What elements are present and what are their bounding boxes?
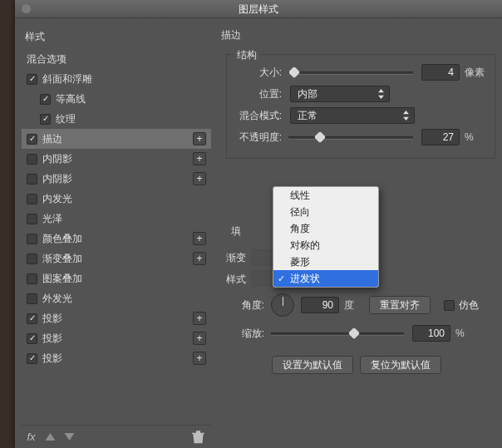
style-row[interactable]: 内发光	[22, 189, 211, 209]
style-row[interactable]: 图案叠加	[22, 268, 211, 288]
style-label: 光泽	[42, 212, 62, 226]
style-checkbox[interactable]	[27, 293, 37, 304]
size-row: 大小: 4 像素	[235, 62, 486, 83]
style-row[interactable]: 颜色叠加+	[22, 229, 211, 249]
dither-label: 仿色	[459, 298, 479, 313]
blend-select[interactable]: 正常	[290, 107, 415, 124]
position-value: 内部	[298, 87, 317, 101]
blend-row: 混合模式: 正常	[235, 105, 486, 126]
style-checkbox[interactable]	[27, 154, 37, 165]
style-label: 描边	[42, 132, 62, 146]
style-label: 斜面和浮雕	[42, 72, 92, 86]
add-effect-icon[interactable]: +	[193, 312, 206, 325]
style-checkbox[interactable]	[27, 313, 37, 324]
style-label: 外发光	[42, 292, 72, 306]
blending-options-label: 混合选项	[27, 52, 66, 66]
arrow-up-icon[interactable]	[44, 431, 57, 443]
scale-label: 缩放:	[226, 327, 271, 341]
add-effect-icon[interactable]: +	[193, 332, 206, 345]
style-row[interactable]: 等高线	[22, 89, 211, 109]
style-checkbox[interactable]	[27, 333, 37, 344]
style-checkbox[interactable]	[27, 273, 37, 284]
dropdown-item[interactable]: 径向	[273, 204, 378, 220]
style-label: 颜色叠加	[42, 232, 82, 246]
reset-align-button[interactable]: 重置对齐	[369, 296, 431, 314]
scale-row: 缩放: 100 %	[226, 322, 492, 344]
style-row[interactable]: 投影+	[22, 308, 211, 328]
style-row[interactable]: 光泽	[22, 209, 211, 229]
style-row[interactable]: 渐变叠加+	[22, 249, 211, 268]
position-select[interactable]: 内部	[290, 86, 390, 102]
layer-style-dialog: 图层样式 样式 混合选项 斜面和浮雕等高线纹理描边+内阴影+内阴影+内发光光泽颜…	[15, 0, 502, 448]
add-effect-icon[interactable]: +	[193, 152, 206, 165]
scale-slider[interactable]	[271, 327, 404, 339]
size-input[interactable]: 4	[421, 64, 460, 81]
blend-value: 正常	[298, 109, 317, 123]
size-slider[interactable]	[288, 66, 413, 78]
style-label: 渐变叠加	[42, 252, 82, 266]
dropdown-item[interactable]: 进发状	[273, 270, 378, 287]
style-label: 投影	[42, 352, 62, 366]
style-row[interactable]: 投影+	[22, 348, 211, 368]
opacity-slider[interactable]	[288, 131, 413, 143]
scale-input[interactable]: 100	[412, 325, 450, 342]
add-effect-icon[interactable]: +	[193, 232, 206, 245]
arrow-down-icon[interactable]	[63, 431, 76, 443]
position-label: 位置:	[235, 87, 288, 101]
angle-input[interactable]: 90	[301, 297, 339, 313]
style-label: 图案叠加	[42, 272, 82, 286]
style-row[interactable]: 内阴影+	[22, 149, 211, 169]
style-checkbox[interactable]	[27, 234, 37, 244]
dropdown-item[interactable]: 对称的	[273, 237, 378, 254]
style-checkbox[interactable]	[40, 94, 51, 105]
structure-legend: 结构	[234, 48, 260, 62]
opacity-unit: %	[465, 131, 474, 143]
angle-row: 角度: 90 度 重置对齐 仿色	[226, 294, 492, 316]
dropdown-item[interactable]: 角度	[273, 220, 378, 237]
style-checkbox[interactable]	[27, 214, 37, 224]
chevron-down-icon	[402, 111, 410, 123]
titlebar: 图层样式	[15, 0, 502, 18]
style-checkbox[interactable]	[27, 353, 37, 364]
gradient-label-cutoff: 渐变	[226, 251, 246, 265]
set-default-button[interactable]: 设置为默认值	[272, 356, 353, 374]
style-checkbox[interactable]	[40, 114, 51, 125]
styles-panel: 样式 混合选项 斜面和浮雕等高线纹理描边+内阴影+内阴影+内发光光泽颜色叠加+渐…	[15, 18, 211, 448]
style-row[interactable]: 投影+	[22, 328, 211, 348]
blend-label: 混合模式:	[235, 109, 288, 123]
style-checkbox[interactable]	[27, 194, 37, 204]
style-row[interactable]: 外发光	[22, 288, 211, 308]
add-effect-icon[interactable]: +	[193, 252, 206, 265]
style-label: 投影	[42, 332, 62, 346]
style-row[interactable]: 纹理	[22, 109, 211, 129]
dropdown-item[interactable]: 线性	[273, 187, 378, 204]
structure-group: 结构 大小: 4 像素 位置: 内部 混合模式:	[226, 54, 495, 159]
style-checkbox[interactable]	[27, 74, 37, 85]
opacity-label: 不透明度:	[235, 130, 288, 145]
styles-header: 样式	[22, 27, 211, 49]
add-effect-icon[interactable]: +	[193, 172, 206, 185]
style-checkbox[interactable]	[27, 174, 37, 185]
trash-icon[interactable]	[192, 431, 204, 443]
dither-checkbox[interactable]	[444, 300, 455, 311]
style-label: 纹理	[56, 112, 76, 126]
style-checkbox[interactable]	[27, 134, 37, 145]
style-row[interactable]: 斜面和浮雕	[22, 69, 211, 89]
style-label: 内阴影	[42, 152, 72, 166]
style-row[interactable]: 内阴影+	[22, 169, 211, 189]
fill-label-cutoff: 填	[231, 224, 241, 239]
opacity-row: 不透明度: 27 %	[235, 126, 486, 148]
style-checkbox[interactable]	[27, 254, 37, 264]
add-effect-icon[interactable]: +	[193, 352, 206, 365]
add-effect-icon[interactable]: +	[193, 132, 206, 145]
opacity-input[interactable]: 27	[421, 129, 460, 145]
fx-icon[interactable]: fx	[25, 431, 37, 443]
angle-dial[interactable]	[271, 293, 294, 317]
size-label: 大小:	[235, 66, 288, 80]
close-icon[interactable]	[22, 4, 31, 13]
reset-default-button[interactable]: 复位为默认值	[360, 356, 441, 374]
style-row[interactable]: 描边+	[22, 129, 211, 149]
chevron-down-icon	[377, 89, 385, 101]
blending-options-row[interactable]: 混合选项	[22, 49, 211, 69]
dropdown-item[interactable]: 菱形	[273, 254, 378, 270]
